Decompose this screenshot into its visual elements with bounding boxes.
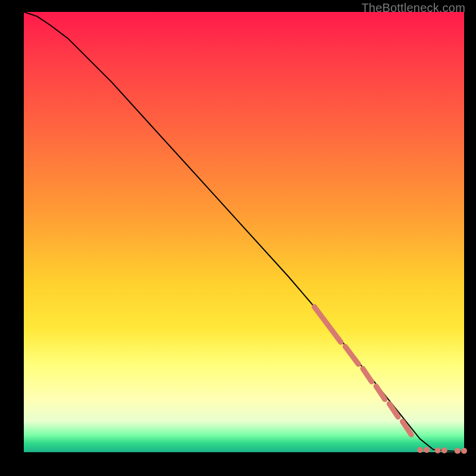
highlight-dash — [389, 404, 398, 417]
highlight-dot — [435, 447, 441, 453]
highlight-dot — [441, 447, 447, 453]
highlight-dash — [402, 421, 411, 434]
highlight-dot — [424, 447, 430, 453]
highlight-dash — [363, 368, 372, 381]
highlight-dot — [461, 448, 467, 454]
highlight-dots — [417, 447, 467, 453]
highlight-dot — [417, 447, 423, 453]
curve-svg — [24, 12, 464, 452]
highlight-dash — [376, 386, 385, 399]
plot-area — [24, 12, 464, 452]
highlight-dash — [314, 307, 327, 325]
highlight-dash — [345, 346, 358, 364]
bottleneck-curve — [24, 12, 464, 452]
chart-frame: TheBottleneck.com — [0, 0, 476, 476]
highlight-dash — [328, 324, 341, 342]
highlight-dot — [455, 448, 461, 454]
highlight-dashes — [314, 307, 411, 435]
